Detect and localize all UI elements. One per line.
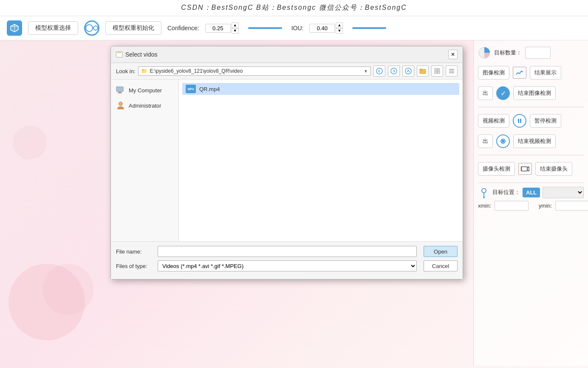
model-reset-button[interactable]: 模型权重初始化 — [105, 21, 161, 35]
iou-slider[interactable] — [352, 27, 386, 29]
location-select[interactable] — [543, 187, 584, 198]
camera-detect-button[interactable]: 摄像头检测 — [478, 162, 515, 176]
svg-point-11 — [482, 188, 486, 193]
pause-circle-icon[interactable] — [513, 114, 526, 128]
video-detect-button[interactable]: 视频检测 — [478, 114, 509, 128]
dialog-title: Select vidos — [125, 51, 157, 58]
administrator-label: Administrator — [129, 103, 161, 109]
svg-rect-21 — [435, 71, 437, 74]
nav-forward-button[interactable] — [388, 66, 400, 77]
pause-detect-button[interactable]: 暂停检测 — [530, 114, 561, 128]
file-type-select[interactable]: Videos (*.mp4 *.avi *.gif *.MPEG) — [158, 260, 417, 271]
camera-icon[interactable] — [518, 163, 532, 175]
target-icon — [84, 20, 99, 36]
all-button[interactable]: ALL — [523, 188, 540, 197]
target-count-input[interactable] — [525, 47, 551, 59]
svg-point-14 — [376, 68, 382, 74]
computer-sidebar-icon — [116, 86, 125, 94]
sidebar-item-my-computer[interactable]: My Computer — [111, 83, 178, 97]
view-detail-button[interactable] — [446, 66, 458, 77]
confidence-slider[interactable] — [248, 27, 282, 29]
path-combo[interactable]: 📁 E:\pyside6_yolov8_121\yolov8_QR\video … — [138, 66, 371, 76]
dialog-footer: File name: Open Files of type: Videos (*… — [111, 241, 463, 279]
header-text: CSDN：BestSongC B站：Bestsongc 微信公众号：BestSo… — [181, 4, 407, 11]
ymin-input[interactable] — [555, 201, 588, 211]
file-name-field[interactable] — [158, 246, 417, 257]
camera-detect-row: 摄像头检测 结束摄像头 — [478, 160, 584, 177]
path-text: E:\pyside6_yolov8_121\yolov8_QR\video — [150, 68, 362, 74]
deco-circle-3 — [13, 126, 47, 160]
location-row: 目标位置： ALL — [478, 186, 584, 198]
mp4-file-icon: MP4 — [186, 85, 196, 93]
deco-circle-2 — [42, 264, 93, 315]
confidence-input[interactable] — [205, 24, 231, 33]
user-sidebar-icon — [116, 101, 125, 110]
end-camera-button[interactable]: 结束摄像头 — [535, 162, 572, 176]
iou-input[interactable] — [309, 24, 335, 33]
end-image-detect-row: 出 ✓ 结束图像检测 — [478, 85, 584, 102]
svg-rect-29 — [118, 92, 122, 93]
svg-rect-4 — [518, 119, 519, 123]
dialog-body: My Computer Administrator MP4 QR.mp4 — [111, 80, 463, 241]
confidence-up-btn[interactable]: ▲ — [232, 23, 239, 28]
image-detect-row: 图像检测 结果展示 — [478, 64, 584, 81]
view-list-button[interactable] — [431, 66, 443, 77]
dialog-toolbar: Look in: 📁 E:\pyside6_yolov8_121\yolov8_… — [111, 63, 463, 80]
svg-rect-27 — [117, 87, 122, 91]
svg-point-15 — [391, 68, 397, 74]
file-type-row: Files of type: Videos (*.mp4 *.avi *.gif… — [116, 260, 458, 271]
nav-folder-button[interactable] — [417, 66, 429, 77]
xmin-input[interactable] — [495, 201, 529, 211]
model-select-button[interactable]: 模型权重选择 — [28, 21, 78, 35]
file-item-qr-mp4[interactable]: MP4 QR.mp4 — [182, 83, 459, 95]
sidebar-item-administrator[interactable]: Administrator — [111, 97, 178, 114]
action-buttons: Open — [424, 246, 458, 257]
open-button[interactable]: Open — [424, 246, 458, 257]
file-name-qr-mp4: QR.mp4 — [199, 86, 220, 92]
path-combo-arrow[interactable]: ▼ — [364, 69, 368, 74]
svg-rect-8 — [521, 167, 527, 171]
divider-2 — [478, 155, 584, 155]
coord-row: xmin: ymin: — [478, 201, 584, 211]
file-dialog: Select vidos ✕ Look in: 📁 E:\pyside6_yol… — [110, 46, 463, 280]
file-pane[interactable]: MP4 QR.mp4 — [179, 80, 463, 241]
svg-rect-22 — [438, 71, 440, 74]
svg-rect-5 — [520, 119, 521, 123]
result-display-button[interactable]: 结果展示 — [530, 66, 561, 80]
ymin-label: ymin: — [539, 203, 552, 209]
target-count-row: 目标数量： — [478, 45, 584, 61]
output-button-2[interactable]: 出 — [478, 134, 493, 148]
dialog-close-button[interactable]: ✕ — [448, 50, 458, 59]
image-detect-button[interactable]: 图像检测 — [478, 66, 509, 80]
toolbar: 模型权重选择 模型权重初始化 Confidence: ▲ ▼ IOU: ▲ ▼ — [0, 16, 588, 40]
svg-point-16 — [405, 68, 411, 74]
check-circle-icon[interactable]: ✓ — [496, 86, 510, 100]
nav-up-button[interactable] — [402, 66, 414, 77]
pie-chart-icon — [478, 46, 491, 59]
file-name-label: File name: — [116, 248, 154, 255]
iou-down-btn[interactable]: ▼ — [336, 28, 343, 34]
confidence-down-btn[interactable]: ▼ — [232, 28, 239, 34]
xmin-label: xmin: — [478, 203, 491, 209]
dialog-title-left: Select vidos — [116, 51, 157, 58]
location-section: 目标位置： ALL xmin: ymin: — [478, 183, 584, 211]
video-detect-row: 视频检测 暂停检测 — [478, 112, 584, 129]
iou-up-btn[interactable]: ▲ — [336, 23, 343, 28]
svg-rect-18 — [420, 69, 422, 70]
dialog-file-icon — [116, 51, 123, 57]
cancel-button[interactable]: Cancel — [424, 260, 458, 271]
divider-1 — [478, 107, 584, 107]
cube-icon — [7, 20, 22, 36]
target-count-label: 目标数量： — [494, 49, 522, 57]
chart-icon[interactable] — [513, 67, 526, 79]
header-bar: CSDN：BestSongC B站：Bestsongc 微信公众号：BestSo… — [0, 0, 588, 16]
end-video-detect-button[interactable]: 结束视频检测 — [513, 134, 556, 148]
confidence-label: Confidence: — [167, 25, 199, 31]
end-image-detect-button[interactable]: 结束图像检测 — [513, 86, 556, 100]
look-in-label: Look in: — [116, 68, 136, 74]
stop-circle-icon[interactable] — [496, 134, 510, 148]
location-pin-icon — [478, 186, 490, 198]
output-button-1[interactable]: 出 — [478, 86, 493, 100]
nav-back-button[interactable] — [373, 66, 385, 77]
svg-point-31 — [119, 103, 122, 105]
